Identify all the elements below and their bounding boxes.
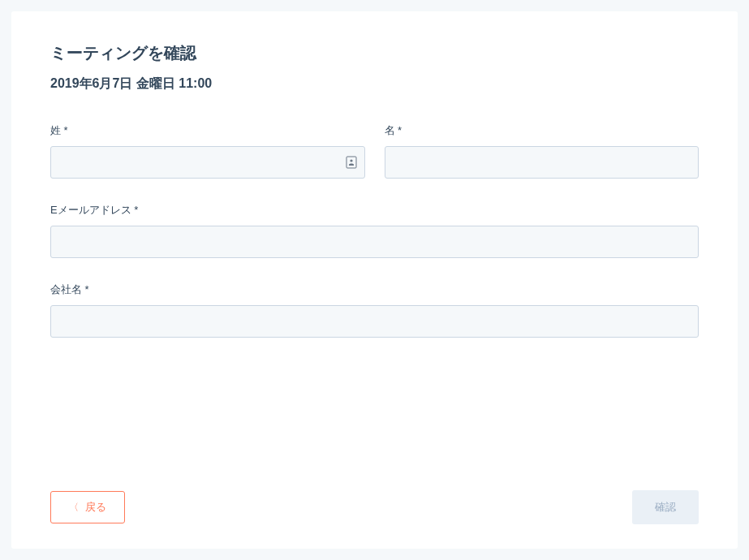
page-title: ミーティングを確認 bbox=[50, 42, 699, 64]
last-name-input-wrap bbox=[50, 146, 365, 179]
meeting-datetime: 2019年6月7日 金曜日 11:00 bbox=[50, 75, 699, 93]
email-field: Eメールアドレス * bbox=[50, 203, 699, 258]
company-input[interactable] bbox=[50, 305, 699, 338]
company-label: 会社名 * bbox=[50, 282, 699, 297]
confirm-button[interactable]: 確認 bbox=[632, 490, 699, 524]
back-button[interactable]: 〈 戻る bbox=[50, 491, 125, 523]
last-name-input[interactable] bbox=[50, 146, 365, 179]
first-name-field: 名 * bbox=[385, 123, 699, 179]
first-name-label: 名 * bbox=[385, 123, 699, 138]
last-name-label: 姓 * bbox=[50, 123, 365, 138]
chevron-left-icon: 〈 bbox=[69, 502, 79, 512]
company-field: 会社名 * bbox=[50, 282, 699, 338]
last-name-field: 姓 * bbox=[50, 123, 365, 179]
email-input[interactable] bbox=[50, 226, 699, 258]
first-name-input[interactable] bbox=[385, 146, 699, 179]
footer-actions: 〈 戻る 確認 bbox=[50, 490, 699, 524]
name-row: 姓 * 名 * bbox=[50, 123, 699, 179]
meeting-confirm-card: ミーティングを確認 2019年6月7日 金曜日 11:00 姓 * 名 * Eメ… bbox=[11, 11, 738, 549]
back-button-label: 戻る bbox=[85, 500, 106, 515]
email-label: Eメールアドレス * bbox=[50, 203, 699, 218]
